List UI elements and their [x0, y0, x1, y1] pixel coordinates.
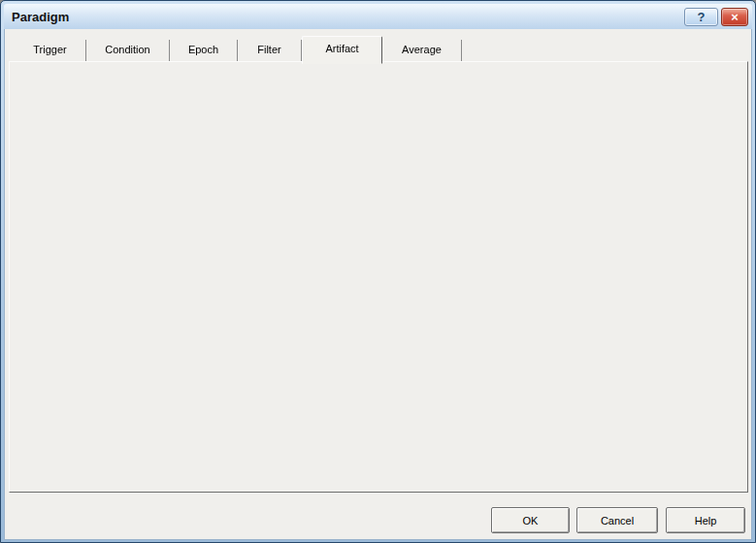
tab-artifact[interactable]: Artifact [302, 36, 382, 64]
help-button[interactable]: Help [666, 507, 745, 533]
title-bar[interactable]: Paradigm ? × [4, 4, 752, 29]
tab-strip: Trigger Condition Epoch Filter Artifact … [15, 39, 462, 61]
dialog-client-area: Trigger Condition Epoch Filter Artifact … [4, 29, 752, 540]
close-icon[interactable]: × [721, 8, 748, 26]
tab-trigger[interactable]: Trigger [15, 40, 86, 61]
tab-average[interactable]: Average [382, 40, 462, 61]
help-icon[interactable]: ? [684, 8, 718, 26]
tab-condition[interactable]: Condition [86, 40, 170, 61]
tab-filter[interactable]: Filter [238, 40, 302, 61]
ok-button[interactable]: OK [491, 507, 570, 533]
tab-epoch[interactable]: Epoch [170, 40, 238, 61]
artifact-tab-page [9, 61, 748, 493]
window-title: Paradigm [12, 10, 681, 24]
paradigm-dialog: Paradigm ? × Trigger Condition Epoch Fil… [0, 0, 756, 543]
cancel-button[interactable]: Cancel [576, 507, 658, 533]
